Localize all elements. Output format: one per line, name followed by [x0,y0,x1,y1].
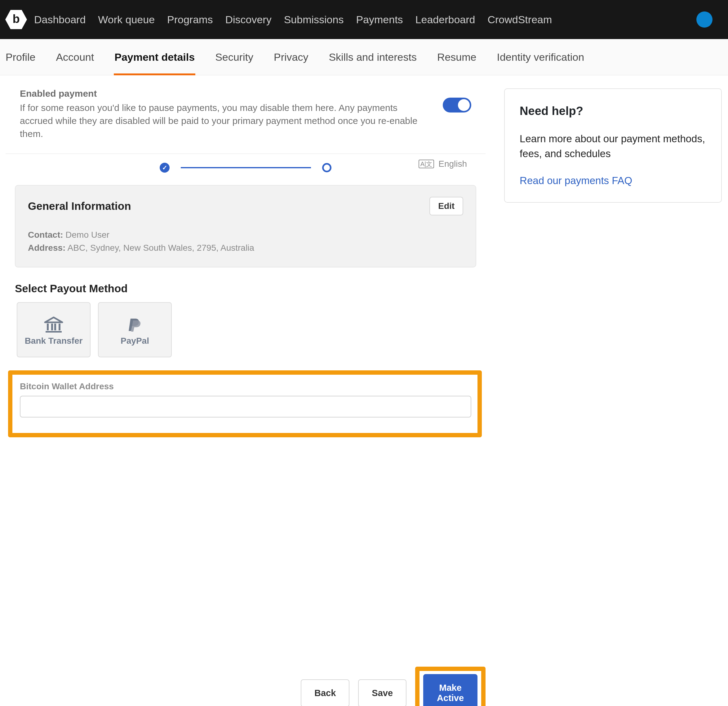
make-active-highlight: Make Active [415,667,485,706]
page-body: Enabled payment If for some reason you'd… [0,75,728,706]
svg-rect-4 [54,324,56,330]
tab-security[interactable]: Security [215,39,254,75]
general-info-card: General Information Edit Contact: Demo U… [15,185,476,268]
nav-work-queue[interactable]: Work queue [98,14,155,26]
address-line: Address: ABC, Sydney, New South Wales, 2… [28,241,463,254]
side-column: Need help? Learn more about our payment … [504,88,722,706]
svg-rect-5 [59,324,61,330]
main-column: Enabled payment If for some reason you'd… [6,88,485,706]
method-paypal-label: PayPal [121,336,149,346]
bitcoin-address-input[interactable] [20,396,471,418]
tab-privacy[interactable]: Privacy [273,39,309,75]
method-bank-label: Bank Transfer [25,336,83,346]
enabled-payment-toggle[interactable] [443,98,471,112]
help-card: Need help? Learn more about our payment … [504,88,722,203]
nav-dashboard[interactable]: Dashboard [34,14,85,26]
payout-method-row: Bank Transfer PayPal [17,302,485,357]
contact-value: Demo User [65,230,110,239]
method-bank-transfer[interactable]: Bank Transfer [17,302,91,357]
svg-rect-6 [46,331,62,333]
back-button[interactable]: Back [301,679,350,706]
svg-rect-3 [51,324,53,330]
tab-profile[interactable]: Profile [5,39,36,75]
enabled-payment-row: Enabled payment If for some reason you'd… [6,88,485,154]
enabled-payment-desc: If for some reason you'd like to pause p… [20,101,430,140]
step-2-pending-icon [322,163,331,172]
top-navbar: b Dashboard Work queue Programs Discover… [0,0,728,39]
bugcrowd-logo-icon: b [5,10,27,29]
paypal-icon [126,314,143,336]
help-text: Learn more about our payment methods, fe… [520,131,706,161]
tab-skills[interactable]: Skills and interests [328,39,417,75]
nav-crowdstream[interactable]: CrowdStream [487,14,552,26]
select-payout-heading: Select Payout Method [15,282,485,295]
tab-payment-details[interactable]: Payment details [114,39,195,75]
step-connector [181,167,311,168]
edit-button[interactable]: Edit [429,197,463,215]
nav-submissions[interactable]: Submissions [284,14,344,26]
contact-label: Contact: [28,230,63,239]
address-value: ABC, Sydney, New South Wales, 2795, Aust… [68,243,254,252]
save-button[interactable]: Save [358,679,406,706]
nav-programs[interactable]: Programs [167,14,213,26]
nav-payments[interactable]: Payments [356,14,403,26]
avatar[interactable] [696,12,712,27]
nav-leaderboard[interactable]: Leaderboard [416,14,475,26]
subtabs-bar: Profile Account Payment details Security… [0,39,728,75]
svg-rect-2 [47,324,49,330]
language-label: English [438,159,467,169]
nav-discovery[interactable]: Discovery [225,14,271,26]
tab-identity[interactable]: Identity verification [496,39,585,75]
general-info-title: General Information [28,200,131,212]
tab-resume[interactable]: Resume [436,39,477,75]
tab-account[interactable]: Account [55,39,95,75]
bitcoin-address-block: Bitcoin Wallet Address [8,370,482,437]
svg-text:b: b [12,12,20,25]
address-label: Address: [28,243,65,252]
help-title: Need help? [520,104,706,118]
language-icon: A|文 [419,160,434,168]
step-1-done-icon [160,163,170,173]
method-paypal[interactable]: PayPal [98,302,172,357]
contact-line: Contact: Demo User [28,228,463,241]
logo[interactable]: b [4,10,29,29]
footer-buttons: Back Save Make Active [301,667,485,706]
topnav-links: Dashboard Work queue Programs Discovery … [34,14,696,26]
bank-icon [44,314,64,336]
bitcoin-address-label: Bitcoin Wallet Address [20,382,471,392]
progress-stepper [6,163,485,185]
make-active-button[interactable]: Make Active [423,674,478,706]
help-faq-link[interactable]: Read our payments FAQ [520,175,632,186]
enabled-payment-title: Enabled payment [20,88,430,99]
